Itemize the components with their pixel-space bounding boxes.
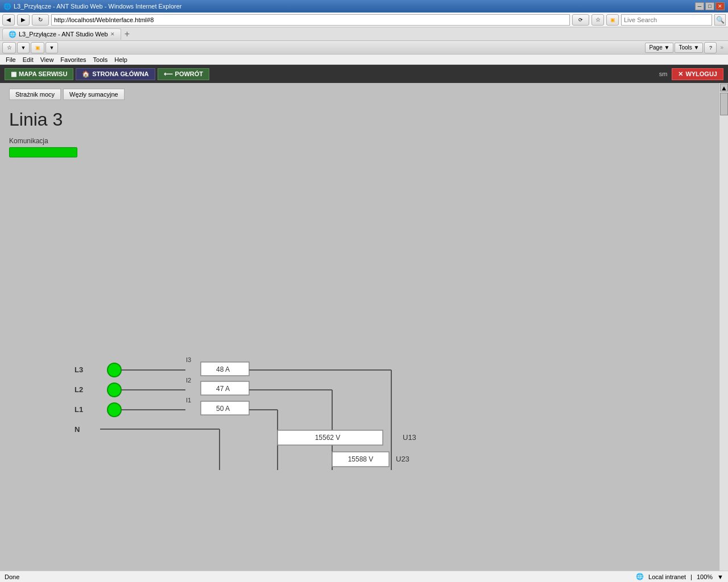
title-bar: 🌐 L3_Przyłącze - ANT Studio Web - Window… [0, 0, 728, 13]
browser-toolbar: ☆ ▼ ▣ ▼ Page ▼ Tools ▼ ? » [0, 41, 728, 55]
app-toolbar-right: sm ✕ WYLOGUJ [659, 68, 723, 80]
straznik-mocy-button[interactable]: Strażnik mocy [9, 89, 61, 100]
favorites-button[interactable]: ☆ [2, 42, 16, 53]
window-controls: ─ □ ✕ [695, 2, 725, 10]
scroll-up-button[interactable]: ▲ [720, 84, 728, 92]
page-button[interactable]: Page ▼ [645, 43, 673, 53]
I1-value: 50 A [216, 405, 230, 413]
L3-indicator [107, 363, 121, 377]
scrollbar-track[interactable]: ▲ [719, 83, 728, 549]
wyloguj-button[interactable]: ✕ WYLOGUJ [672, 68, 723, 80]
mapa-serwisu-button[interactable]: ▦ MAPA SERWISU [5, 68, 73, 80]
action-buttons: Strażnik mocy Węzły sumacyjne [9, 89, 719, 100]
address-bar: ◀ ▶ ↻ ⟳ ☆ ▣ 🔍 [0, 13, 728, 27]
L1-indicator [107, 403, 121, 417]
menu-help[interactable]: Help [111, 56, 131, 64]
powrot-button[interactable]: ⟵ POWRÓT [158, 68, 210, 80]
scroll-thumb[interactable] [720, 93, 728, 115]
feeds-button[interactable]: ▣ [606, 14, 619, 26]
grid-icon: ▦ [11, 70, 16, 78]
diagram-svg: L3 L2 L1 N I3 48 A I2 [20, 169, 430, 470]
wezly-sumacyjne-button[interactable]: Węzły sumacyjne [63, 89, 125, 100]
app-toolbar-left: ▦ MAPA SERWISU 🏠 STRONA GŁÓWNA ⟵ POWRÓT [5, 68, 209, 80]
page-content: Strażnik mocy Węzły sumacyjne Linia 3 Ko… [0, 83, 728, 549]
communication-status-bar [9, 147, 77, 157]
I2-value: 47 A [216, 385, 230, 393]
menu-view[interactable]: View [37, 56, 57, 64]
L1-label: L1 [75, 405, 83, 414]
L3-label: L3 [75, 365, 83, 374]
go-button[interactable]: ⟳ [572, 14, 589, 26]
home-icon: 🏠 [82, 70, 90, 78]
status-label: Komunikacja [9, 137, 719, 145]
I3-label: I3 [186, 356, 191, 363]
menu-file[interactable]: File [2, 56, 19, 64]
browser-icon: 🌐 [3, 3, 11, 10]
U23-label: U23 [396, 455, 410, 463]
back-button[interactable]: ◀ [2, 14, 15, 26]
L2-label: L2 [75, 385, 83, 394]
forward-button[interactable]: ▶ [17, 14, 30, 26]
I1-label: I1 [186, 397, 191, 404]
maximize-button[interactable]: □ [705, 2, 714, 10]
user-label: sm [659, 70, 668, 77]
menu-tools[interactable]: Tools [90, 56, 111, 64]
menu-favorites[interactable]: Favorites [57, 56, 89, 64]
toolbar-expand[interactable]: » [718, 44, 726, 51]
address-input[interactable] [51, 14, 570, 26]
add-favorites-button[interactable]: ▼ [17, 42, 30, 53]
menu-bar: File Edit View Favorites Tools Help [0, 55, 728, 65]
help-button[interactable]: ? [704, 42, 717, 53]
app-toolbar: ▦ MAPA SERWISU 🏠 STRONA GŁÓWNA ⟵ POWRÓT … [0, 65, 728, 83]
refresh-button[interactable]: ↻ [32, 14, 49, 26]
logout-icon: ✕ [678, 70, 683, 78]
search-button[interactable]: 🔍 [714, 14, 726, 26]
strona-glowna-button[interactable]: 🏠 STRONA GŁÓWNA [76, 68, 155, 80]
I3-value: 48 A [216, 365, 230, 373]
minimize-button[interactable]: ─ [695, 2, 704, 10]
search-input[interactable] [621, 14, 712, 26]
N-label: N [75, 425, 80, 434]
window-title: L3_Przyłącze - ANT Studio Web - Windows … [14, 3, 182, 10]
tab-close-icon[interactable]: ✕ [110, 31, 115, 37]
electrical-diagram: L3 L2 L1 N I3 48 A I2 [20, 169, 447, 470]
back-arrow-icon: ⟵ [164, 70, 173, 78]
U13-label: U13 [403, 433, 416, 442]
new-tab-button[interactable]: + [122, 29, 132, 39]
title-bar-left: 🌐 L3_Przyłącze - ANT Studio Web - Window… [3, 3, 182, 10]
tabs-bar: 🌐 L3_Przyłącze - ANT Studio Web ✕ + [0, 27, 728, 41]
status-section: Komunikacja [9, 137, 719, 157]
star-button[interactable]: ☆ [592, 14, 604, 26]
page-title: Linia 3 [9, 109, 719, 130]
browser-tab[interactable]: 🌐 L3_Przyłącze - ANT Studio Web ✕ [2, 28, 121, 40]
feeds-toolbar-button[interactable]: ▣ [31, 42, 44, 53]
U23-value: 15588 V [348, 455, 374, 463]
tab-label: L3_Przyłącze - ANT Studio Web [19, 31, 108, 38]
L2-indicator [107, 383, 121, 397]
U13-value: 15562 V [315, 434, 341, 442]
menu-edit[interactable]: Edit [19, 56, 37, 64]
tools-button[interactable]: Tools ▼ [675, 43, 703, 53]
I2-label: I2 [186, 377, 191, 384]
tab-favicon: 🌐 [9, 31, 16, 38]
close-button[interactable]: ✕ [715, 2, 725, 10]
feeds-toolbar-dropdown[interactable]: ▼ [46, 42, 58, 53]
